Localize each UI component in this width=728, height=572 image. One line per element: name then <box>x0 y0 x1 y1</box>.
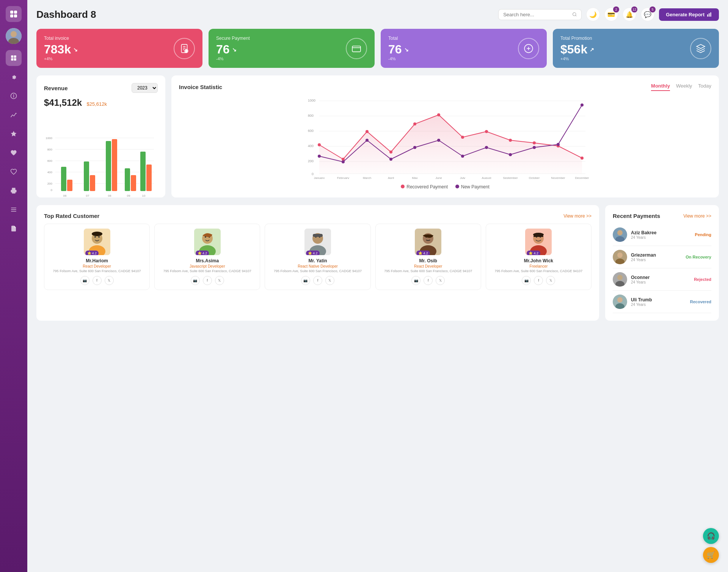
svg-point-5 <box>11 31 17 37</box>
cart-float-btn[interactable]: 🛒 <box>703 547 719 563</box>
sidebar-item-chart[interactable] <box>6 107 22 123</box>
customers-grid: ⭐ 4.2 Mr.Hariom React Developer 795 Fols… <box>44 224 592 290</box>
stat-icon-promotion <box>690 38 711 59</box>
customer-img-3: ⭐ 4.2 <box>415 229 441 255</box>
year-select[interactable]: 2023 2022 2021 <box>132 83 158 93</box>
customer-card-4: ⭐ 4.2 Mr.John Wick Freelancer 795 Folsom… <box>486 224 592 290</box>
svg-rect-54 <box>146 165 152 191</box>
revenue-card: Revenue 2023 2022 2021 $41,512k $25,612k <box>36 75 165 197</box>
svg-point-89 <box>413 146 416 149</box>
facebook-btn-1[interactable]: f <box>203 276 212 285</box>
generate-report-button[interactable]: Generate Report <box>659 8 719 21</box>
svg-text:September: September <box>503 176 518 179</box>
sidebar-item-print[interactable] <box>6 183 22 199</box>
floating-buttons: 🎧 🛒 <box>703 528 719 563</box>
facebook-btn-4[interactable]: f <box>534 276 543 285</box>
message-btn[interactable]: 💬 5 <box>641 8 654 21</box>
stats-grid: Total invoice 783k ↘ +4% $ Secure Paymen… <box>36 29 719 68</box>
app-logo[interactable] <box>6 6 22 22</box>
sidebar-item-dashboard[interactable] <box>6 50 22 66</box>
svg-point-82 <box>533 141 536 144</box>
twitter-btn-1[interactable]: 𝕏 <box>215 276 224 285</box>
svg-text:October: October <box>529 176 540 179</box>
svg-text:December: December <box>575 176 589 179</box>
instagram-btn-3[interactable]: 📷 <box>411 276 420 285</box>
notification-btn[interactable]: 🔔 12 <box>623 8 636 21</box>
svg-text:800: 800 <box>47 148 53 151</box>
twitter-btn-2[interactable]: 𝕏 <box>325 276 334 285</box>
stat-card-promotion: Total Promotion $56k ↗ +4% <box>553 29 719 68</box>
stat-label-total: Total <box>388 36 409 41</box>
svg-rect-2 <box>10 14 13 17</box>
tab-today[interactable]: Today <box>698 83 711 91</box>
payments-view-more[interactable]: View more >> <box>683 213 711 219</box>
social-links-0: 📷 f 𝕏 <box>49 276 145 285</box>
svg-point-77 <box>413 122 416 125</box>
facebook-btn-0[interactable]: f <box>93 276 102 285</box>
svg-rect-0 <box>10 11 13 14</box>
customer-img-0: ⭐ 4.2 <box>84 229 110 255</box>
sidebar-item-menu[interactable] <box>6 202 22 218</box>
svg-text:0: 0 <box>51 188 53 192</box>
revenue-title: Revenue <box>44 85 68 91</box>
twitter-btn-0[interactable]: 𝕏 <box>105 276 114 285</box>
svg-rect-10 <box>14 58 16 61</box>
revenue-header: Revenue 2023 2022 2021 <box>44 83 158 93</box>
svg-text:200: 200 <box>308 159 314 163</box>
sidebar-item-heart-fill[interactable] <box>6 145 22 161</box>
wallet-badge: 2 <box>613 6 619 13</box>
stat-info-invoice: Total invoice 783k ↘ +4% <box>44 36 78 61</box>
svg-point-18 <box>573 13 576 16</box>
twitter-btn-3[interactable]: 𝕏 <box>436 276 445 285</box>
sidebar-item-star[interactable] <box>6 126 22 142</box>
svg-point-78 <box>437 113 440 116</box>
instagram-btn-1[interactable]: 📷 <box>191 276 200 285</box>
svg-rect-8 <box>14 55 16 58</box>
svg-text:600: 600 <box>47 159 53 163</box>
svg-rect-52 <box>131 175 136 191</box>
svg-point-84 <box>581 157 584 160</box>
facebook-btn-3[interactable]: f <box>424 276 433 285</box>
tab-weekly[interactable]: Weekly <box>676 83 692 91</box>
svg-point-81 <box>509 139 512 142</box>
payment-item-1: Griezerman 24 Years On Recovery <box>613 246 711 268</box>
wallet-btn[interactable]: 💳 2 <box>604 8 618 21</box>
svg-point-74 <box>342 158 345 161</box>
twitter-btn-4[interactable]: 𝕏 <box>546 276 555 285</box>
invoice-header: Invoice Statistic Monthly Weekly Today <box>179 83 711 91</box>
svg-point-73 <box>318 143 321 146</box>
customers-view-more[interactable]: View more >> <box>563 213 592 219</box>
facebook-btn-2[interactable]: f <box>313 276 322 285</box>
bottom-row: Top Rated Customer View more >> <box>36 205 719 321</box>
sidebar-item-info[interactable] <box>6 88 22 104</box>
search-box[interactable] <box>498 9 582 20</box>
user-avatar[interactable] <box>6 28 22 44</box>
instagram-btn-4[interactable]: 📷 <box>522 276 531 285</box>
svg-point-139 <box>617 230 623 235</box>
sidebar-item-settings[interactable] <box>6 69 22 85</box>
revenue-bar-chart: 1000 800 600 400 200 0 <box>44 111 158 218</box>
dark-mode-toggle[interactable]: 🌙 <box>586 8 600 21</box>
rating-badge-3: ⭐ 4.2 <box>416 251 430 255</box>
customers-header: Top Rated Customer View more >> <box>44 213 592 219</box>
message-badge: 5 <box>650 6 656 13</box>
svg-text:May: May <box>412 176 417 179</box>
support-float-btn[interactable]: 🎧 <box>703 528 719 544</box>
instagram-btn-0[interactable]: 📷 <box>80 276 89 285</box>
sidebar-item-document[interactable] <box>6 221 22 237</box>
stat-icon-total <box>518 38 539 59</box>
svg-point-86 <box>342 160 345 163</box>
payment-avatar-3 <box>613 295 627 309</box>
stat-card-payment: Secure Payment 76 ↘ -4% <box>209 29 375 68</box>
sidebar-item-heart[interactable] <box>6 164 22 180</box>
svg-rect-45 <box>61 167 66 191</box>
invoice-line-chart: 1000 800 600 400 200 0 <box>179 96 711 179</box>
svg-rect-48 <box>90 175 95 191</box>
revenue-primary: $41,512k <box>44 97 82 108</box>
search-input[interactable] <box>503 12 569 17</box>
instagram-btn-2[interactable]: 📷 <box>301 276 310 285</box>
tab-monthly[interactable]: Monthly <box>651 83 670 91</box>
customer-card-2: ⭐ 4.2 Mr. Yatin React Native Developer 7… <box>265 224 370 290</box>
customer-img-4: ⭐ 4.2 <box>525 229 552 255</box>
payment-status-1: On Recovery <box>686 255 711 259</box>
